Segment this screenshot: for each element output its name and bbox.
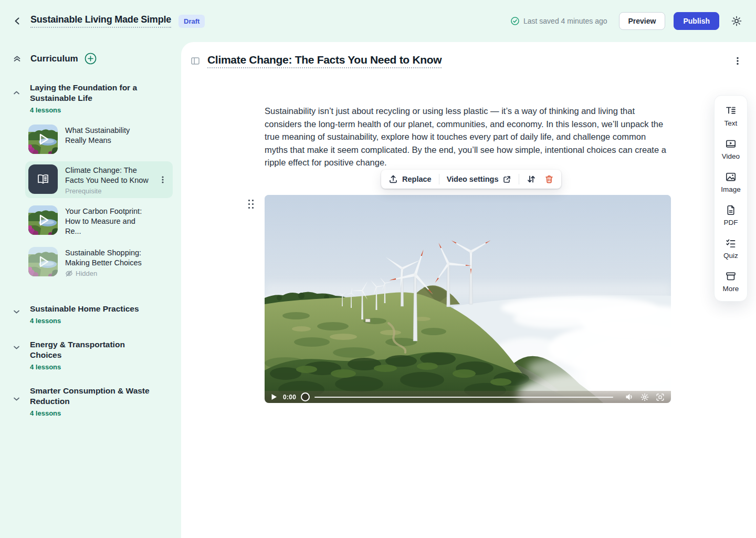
lesson-title: What Sustainability Really Means: [65, 126, 152, 146]
video-control-icons: [625, 393, 665, 401]
replace-video-button[interactable]: Replace: [387, 173, 433, 185]
chevron-down-icon: [13, 395, 20, 403]
insert-quiz-button[interactable]: Quiz: [723, 237, 738, 260]
insert-block-toolbar: Text Video Image PDF Quiz More: [714, 95, 748, 302]
section-title: Laying the Foundation for a Sustainable …: [30, 82, 151, 104]
play-button[interactable]: [270, 392, 278, 401]
trash-icon: [544, 174, 554, 184]
lesson-video-thumbnail-hidden: [28, 247, 58, 276]
section-title: Sustainable Home Practices: [30, 304, 139, 314]
lesson-row-what-sustainability[interactable]: What Sustainability Really Means: [25, 121, 173, 157]
chevron-up-icon: [13, 89, 20, 97]
lesson-meta-text: Hidden: [76, 270, 97, 277]
lesson-title: Your Carbon Footprint: How to Measure an…: [65, 206, 152, 236]
lesson-title-heading[interactable]: Climate Change: The Facts You Need to Kn…: [207, 54, 442, 68]
play-icon: [271, 394, 277, 400]
insert-more-button[interactable]: More: [723, 271, 739, 293]
quiz-checklist-icon: [725, 237, 737, 249]
video-controls-bar: 0:00: [265, 391, 671, 403]
section-header[interactable]: Energy & Transportation Choices 4 lesson…: [13, 339, 173, 371]
lesson-meta: Prerequisite: [65, 187, 152, 195]
section-lesson-count: 4 lessons: [30, 106, 151, 114]
kebab-menu-icon: [159, 175, 166, 184]
curriculum-sidebar: Curriculum Laying the Foundation for a S…: [0, 42, 181, 538]
volume-button[interactable]: [625, 393, 634, 401]
video-settings-gear-button[interactable]: [640, 393, 649, 401]
lesson-meta: Hidden: [65, 270, 152, 277]
insert-text-button[interactable]: Text: [724, 105, 738, 127]
insert-item-label: Video: [722, 152, 740, 160]
archive-box-icon: [725, 271, 737, 282]
intro-paragraph[interactable]: Sustainability isn’t just about recyclin…: [265, 105, 671, 169]
section-header[interactable]: Laying the Foundation for a Sustainable …: [13, 82, 173, 114]
lesson-options-button[interactable]: [157, 173, 169, 186]
section-lesson-count: 4 lessons: [30, 317, 139, 325]
plus-circle-icon: [85, 53, 97, 65]
last-saved-indicator: Last saved 4 minutes ago: [510, 16, 607, 26]
upload-icon: [388, 174, 398, 184]
video-icon: [725, 138, 737, 150]
lesson-editor-panel: Climate Change: The Facts You Need to Kn…: [181, 42, 756, 538]
double-chevron-up-icon: [13, 54, 22, 63]
lesson-row-sustainable-shopping[interactable]: Sustainable Shopping: Making Better Choi…: [25, 244, 173, 281]
settings-button[interactable]: [729, 13, 744, 29]
course-editor-app: Sustainable Living Made Simple Draft Las…: [0, 0, 756, 538]
status-badge: Draft: [178, 15, 205, 28]
chevron-down-icon: [13, 344, 20, 351]
block-drag-handle[interactable]: [247, 198, 255, 210]
section-header[interactable]: Smarter Consumption & Waste Reduction 4 …: [13, 386, 173, 417]
video-settings-label: Video settings: [447, 175, 499, 183]
video-scrubber[interactable]: [301, 392, 310, 401]
insert-image-button[interactable]: Image: [721, 171, 741, 193]
chevron-down-icon: [13, 308, 20, 316]
fullscreen-button[interactable]: [656, 393, 665, 401]
lesson-video-thumbnail: [28, 205, 58, 235]
open-book-icon: [35, 171, 51, 187]
toolbar-divider: [519, 174, 519, 184]
drag-dots-icon: [248, 199, 254, 209]
add-section-button[interactable]: [85, 53, 97, 65]
insert-item-label: PDF: [724, 219, 738, 226]
section-title: Smarter Consumption & Waste Reduction: [30, 386, 151, 407]
publish-button[interactable]: Publish: [674, 12, 719, 30]
video-progress-bar[interactable]: [314, 397, 613, 398]
video-settings-button[interactable]: Video settings: [446, 174, 513, 185]
section-title: Energy & Transportation Choices: [30, 339, 151, 360]
curriculum-section: Energy & Transportation Choices 4 lesson…: [13, 339, 173, 371]
move-block-button[interactable]: [526, 173, 537, 185]
garden-thumbnail-art: [28, 205, 58, 235]
video-frame-wind-turbines: [265, 195, 671, 403]
insert-video-button[interactable]: Video: [722, 138, 740, 160]
toggle-sidebar-button[interactable]: [190, 56, 201, 66]
curriculum-section: Sustainable Home Practices 4 lessons: [13, 304, 173, 325]
pdf-document-icon: [725, 204, 737, 216]
kebab-menu-icon: [734, 56, 741, 66]
chevron-left-icon: [13, 16, 22, 26]
back-button[interactable]: [10, 14, 24, 28]
insert-item-label: Text: [724, 119, 738, 127]
collapse-all-button[interactable]: [13, 54, 22, 63]
lesson-menu-button[interactable]: [732, 54, 743, 68]
volume-icon: [625, 393, 634, 401]
fullscreen-icon: [656, 393, 665, 401]
course-title[interactable]: Sustainable Living Made Simple: [30, 14, 171, 28]
preview-button[interactable]: Preview: [619, 12, 666, 30]
insert-pdf-button[interactable]: PDF: [724, 204, 738, 226]
video-block-toolbar: Replace Video settings: [381, 170, 561, 189]
video-current-time: 0:00: [283, 394, 296, 401]
insert-item-label: More: [723, 285, 739, 293]
delete-block-button[interactable]: [543, 173, 555, 185]
text-icon: [725, 105, 737, 117]
lesson-row-climate-change[interactable]: Climate Change: The Facts You Need to Kn…: [25, 161, 173, 198]
insert-item-label: Quiz: [723, 252, 738, 260]
curriculum-section: Smarter Consumption & Waste Reduction 4 …: [13, 386, 173, 417]
lesson-title: Sustainable Shopping: Making Better Choi…: [65, 248, 152, 268]
video-player[interactable]: 0:00: [265, 195, 671, 403]
curriculum-section: Laying the Foundation for a Sustainable …: [13, 82, 173, 281]
external-link-icon: [502, 175, 511, 184]
section-header[interactable]: Sustainable Home Practices 4 lessons: [13, 304, 173, 325]
lesson-row-carbon-footprint[interactable]: Your Carbon Footprint: How to Measure an…: [25, 202, 173, 240]
topbar: Sustainable Living Made Simple Draft Las…: [0, 0, 756, 42]
check-circle-icon: [510, 16, 520, 26]
lesson-video-thumbnail: [28, 125, 58, 154]
